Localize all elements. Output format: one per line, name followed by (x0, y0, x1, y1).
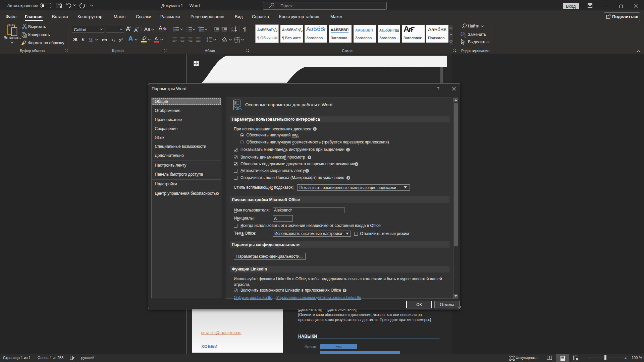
svg-text:c: c (465, 35, 466, 38)
svg-text:Я: Я (231, 29, 233, 33)
svg-text:3: 3 (186, 31, 187, 33)
